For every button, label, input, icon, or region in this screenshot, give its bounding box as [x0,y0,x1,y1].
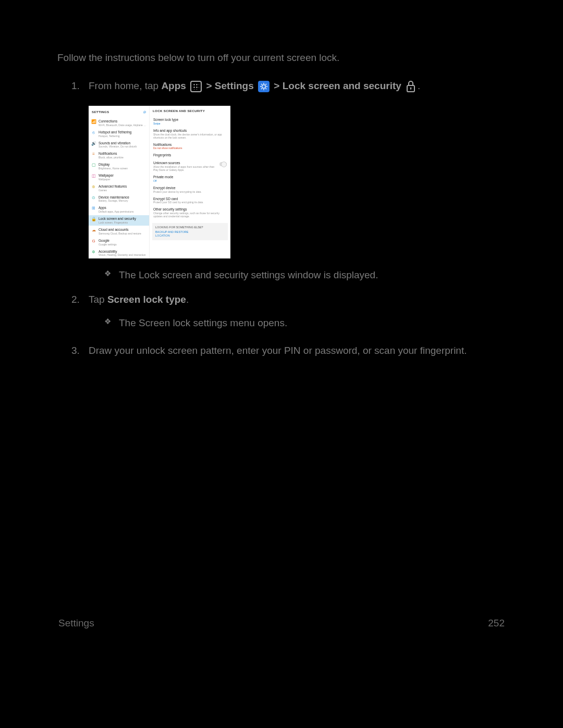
looking-for-box: LOOKING FOR SOMETHING ELSE? BACKUP AND R… [152,223,228,240]
settings-item-sub: Hotspot, Tethering [99,134,146,138]
settings-item-sub: Google settings [99,243,146,246]
settings-item-text: Accessibility Vision, Hearing, Dexterity… [99,250,146,257]
settings-item-icon: 🔊 [91,141,96,146]
security-item: Private modeOff [150,173,230,184]
right-header-label: LOCK SCREEN AND SECURITY [153,109,205,113]
settings-item: ☁ Cloud and accounts Samsung Cloud, Back… [89,226,149,237]
settings-item-sub: Lock screen, Fingerprints [99,221,146,224]
settings-item-text: Lock screen and security Lock screen, Fi… [99,217,146,224]
settings-item-text: Wallpaper Wallpaper [99,174,146,181]
security-item-sub: Protect your SD card by encrypting its d… [153,201,227,204]
security-item: Fingerprints [150,152,230,159]
settings-item-text: Google Google settings [99,239,146,246]
location-link: LOCATION [155,234,225,237]
settings-left-header: SETTINGS ⌕ [89,106,149,117]
security-item-sub: Change other security settings, such as … [153,212,227,218]
svg-rect-3 [410,88,411,90]
settings-item-sub: Block, allow, prioritize [99,156,146,159]
settings-item-sub: Wallpaper [99,178,146,181]
settings-item-text: Sounds and vibration Sounds, Vibration, … [99,141,146,149]
bullet-2: The Screen lock settings menu opens. [104,316,500,331]
settings-item-sub: Default apps, App permissions [99,210,146,213]
settings-item-icon: ☁ [91,228,96,232]
step1-lock: Lock screen and security [283,80,401,91]
security-item-sub: Swipe [153,122,227,125]
settings-item: ⊕ Advanced features Games [89,182,149,193]
security-item-title: Private mode [153,175,227,179]
settings-item-title: Lock screen and security [99,217,146,221]
settings-item: ▢ Display Brightness, Home screen [89,161,149,172]
settings-item-sub: Samsung Cloud, Backup and restore [99,232,146,235]
security-item-sub: Show the dual clock, the device owner's … [153,133,227,139]
settings-item-icon: ⊙ [91,195,96,200]
search-icon: ⌕ [143,109,146,114]
settings-item-text: Cloud and accounts Samsung Cloud, Backup… [99,228,146,235]
step2-bold: Screen lock type [107,294,186,305]
intro-text: Follow the instructions below to turn of… [57,52,500,64]
footer-section: Settings [58,618,94,629]
apps-icon [190,81,202,92]
settings-right-header: LOCK SCREEN AND SECURITY [150,106,230,116]
settings-item-sub: Vision, Hearing, Dexterity and interacti… [99,253,146,256]
settings-right-pane: LOCK SCREEN AND SECURITY Screen lock typ… [150,106,230,258]
settings-item-title: Wallpaper [99,174,146,178]
settings-item-text: Connections Wi-Fi, Bluetooth, Data usage… [99,119,146,127]
step-2: Tap Screen lock type. The Screen lock se… [60,292,500,330]
security-item-title: Encrypt SD card [153,197,227,201]
security-item-title: Screen lock type [153,118,227,122]
security-item-sub: Allow the installation of apps from sour… [153,165,219,171]
security-item-title: Encrypt device [153,186,227,190]
settings-header-label: SETTINGS [92,110,109,114]
settings-item-icon: ⎋ [91,130,96,135]
security-item-sub: Do not show notifications [153,146,227,150]
step1-gt1: > [206,80,214,91]
toggle-switch [219,162,227,166]
step1-settings: Settings [215,80,254,91]
settings-item-title: Cloud and accounts [99,228,146,232]
settings-item-sub: Games [99,189,146,192]
step2-pre: Tap [89,294,107,305]
settings-item-title: Accessibility [99,250,146,254]
looking-for-heading: LOOKING FOR SOMETHING ELSE? [155,226,225,229]
step1-pre: From home, tap [89,80,161,91]
security-item: NotificationsDo not show notifications [150,141,230,152]
settings-item: G Google Google settings [89,237,149,248]
settings-item-text: Display Brightness, Home screen [99,163,146,170]
settings-item-icon: ⊞ [91,206,96,211]
settings-item-title: Notifications [99,152,146,156]
steps-list-2: Tap Screen lock type. The Screen lock se… [60,292,500,358]
security-item: Other security settingsChange other secu… [150,206,230,220]
settings-item-sub: Wi-Fi, Bluetooth, Data usage, Airplane m… [99,124,146,127]
settings-item: ⊞ Apps Default apps, App permissions [89,204,149,215]
settings-item-icon: ⊕ [91,184,96,189]
settings-screenshot: SETTINGS ⌕ 📶 Connections Wi-Fi, Bluetoot… [89,106,230,258]
step2-post: . [186,294,189,305]
step2-result: The Screen lock settings menu opens. [104,316,500,331]
settings-item-sub: Battery, Storage, Memory [99,199,146,202]
step-1: From home, tap Apps > Settings > Lock sc… [60,78,500,93]
svg-point-0 [262,84,266,88]
step1-result: The Lock screen and security settings wi… [104,268,500,283]
security-item-sub: Protect your device by encrypting its da… [153,190,227,193]
settings-item-icon: ✲ [91,250,96,254]
settings-item-title: Advanced features [99,184,146,189]
backup-restore-link: BACKUP AND RESTORE [155,230,225,233]
settings-item: ⎋ Hotspot and Tethering Hotspot, Tetheri… [89,128,149,139]
page-footer: Settings 252 [58,618,505,629]
settings-item: ✲ Accessibility Vision, Hearing, Dexteri… [89,248,149,258]
settings-item: 📶 Connections Wi-Fi, Bluetooth, Data usa… [89,117,149,128]
settings-item-icon: 🔒 [91,217,96,221]
settings-item-icon: 📶 [91,119,96,124]
bullet-1: The Lock screen and security settings wi… [104,268,500,283]
settings-item-icon: ◫ [91,174,96,178]
security-item: Screen lock typeSwipe [150,116,230,127]
security-item-title: Unknown sources [153,161,227,165]
step1-apps: Apps [161,80,186,91]
settings-item-text: Advanced features Games [99,184,146,192]
settings-left-pane: SETTINGS ⌕ 📶 Connections Wi-Fi, Bluetoot… [89,106,150,258]
security-item-title: Fingerprints [153,153,227,157]
settings-item: ◫ Wallpaper Wallpaper [89,171,149,182]
settings-item-text: Hotspot and Tethering Hotspot, Tethering [99,130,146,138]
security-item: Info and app shortcutsShow the dual cloc… [150,127,230,141]
security-item-sub: Off [153,179,227,182]
